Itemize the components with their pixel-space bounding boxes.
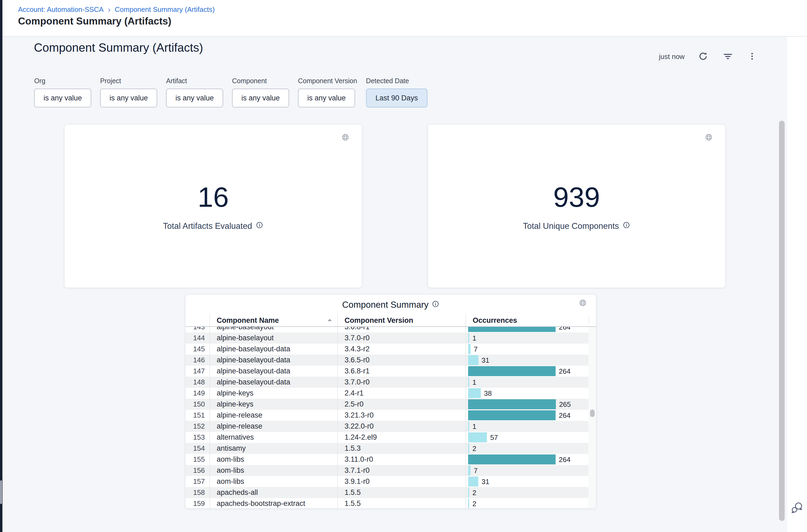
occurrences-value: 2: [473, 444, 476, 453]
filter-value-button-org[interactable]: is any value: [34, 89, 91, 108]
page-scrollbar-track[interactable]: [778, 37, 787, 532]
occurrences-value: 265: [559, 400, 571, 408]
filter-icon: [723, 51, 733, 62]
table-row[interactable]: 143alpine-baselayout3.6.8-r1264: [186, 327, 596, 332]
occurrences-bar: [468, 488, 469, 497]
occurrences-value: 7: [474, 466, 478, 475]
row-number: 149: [186, 388, 209, 399]
occurrences-cell: 265: [465, 399, 589, 410]
component-name-cell: aom-libs: [209, 454, 337, 465]
table-row[interactable]: 159apacheds-bootstrap-extract1.5.52: [186, 498, 596, 508]
refresh-button[interactable]: [697, 50, 709, 63]
row-number: 156: [186, 465, 209, 476]
component-version-cell: 2.5-r0: [337, 399, 465, 410]
component-version-cell: 3.7.0-r0: [337, 377, 465, 388]
table-scrollbar-thumb[interactable]: [590, 410, 595, 417]
more-options-button[interactable]: [746, 50, 758, 63]
table-row[interactable]: 153alternatives1.24-2.el957: [186, 432, 596, 443]
column-header-component-name[interactable]: Component Name: [209, 315, 337, 326]
occurrences-bar: [468, 466, 470, 475]
occurrences-value: 264: [559, 327, 570, 331]
row-number: 152: [186, 421, 209, 432]
stat-label: Total Artifacts Evaluated: [163, 221, 252, 231]
collapsed-sidebar[interactable]: [0, 0, 2, 532]
info-icon[interactable]: [622, 221, 630, 231]
refresh-icon: [698, 51, 708, 62]
table-row[interactable]: 157aom-libs3.9.1-r031: [186, 476, 596, 487]
occurrences-value: 1: [473, 422, 476, 431]
globe-icon: [579, 299, 587, 308]
occurrences-value: 31: [482, 356, 489, 364]
table-row[interactable]: 148alpine-baselayout-data3.7.0-r01: [186, 377, 596, 388]
filter-label: Component: [232, 77, 289, 85]
filter-project: Projectis any value: [100, 77, 157, 108]
component-name-cell: alternatives: [209, 432, 337, 443]
occurrences-value: 2: [473, 499, 476, 508]
row-number: 148: [186, 377, 209, 388]
right-margin-strip: [787, 37, 807, 532]
occurrences-bar: [468, 410, 556, 420]
breadcrumb: Account: Automation-SSCA › Component Sum…: [18, 5, 215, 14]
row-number: 154: [186, 443, 209, 454]
table-row[interactable]: 147alpine-baselayout-data3.6.8-r1264: [186, 366, 596, 377]
component-name-cell: alpine-release: [209, 421, 337, 432]
filter-value-button-component[interactable]: is any value: [232, 89, 289, 108]
component-name-cell: alpine-keys: [209, 388, 337, 399]
occurrences-bar: [468, 355, 478, 365]
filter-bar: Orgis any valueProjectis any valueArtifa…: [34, 77, 427, 108]
table-row[interactable]: 152alpine-release3.22.0-r01: [186, 421, 596, 432]
occurrences-cell: 1: [465, 377, 589, 388]
page-scrollbar-thumb[interactable]: [779, 120, 785, 521]
filter-artifact: Artifactis any value: [166, 77, 223, 108]
filter-label: Org: [34, 77, 91, 85]
occurrences-value: 264: [559, 367, 570, 375]
component-name-cell: antisamy: [209, 443, 337, 454]
table-row[interactable]: 158apacheds-all1.5.52: [186, 487, 596, 498]
table-row[interactable]: 156aom-libs3.7.1-r07: [186, 465, 596, 476]
table-body[interactable]: 143alpine-baselayout3.6.8-r1264144alpine…: [186, 327, 596, 508]
component-name-cell: alpine-baselayout-data: [209, 355, 337, 366]
breadcrumb-current-link[interactable]: Component Summary (Artifacts): [115, 5, 214, 14]
info-icon[interactable]: [256, 221, 263, 231]
table-title: Component Summary: [342, 300, 428, 310]
occurrences-cell: 1: [465, 332, 589, 344]
row-number: 151: [186, 410, 209, 421]
column-header-component-version[interactable]: Component Version: [337, 315, 465, 326]
table-row[interactable]: 149alpine-keys2.4-r138: [186, 388, 596, 399]
dashboard-filters-button[interactable]: [722, 50, 734, 63]
occurrences-cell: 2: [465, 498, 589, 508]
filter-value-button-artifact[interactable]: is any value: [166, 89, 223, 108]
table-row[interactable]: 144alpine-baselayout3.7.0-r01: [186, 332, 596, 344]
column-header-occurrences[interactable]: Occurrences: [465, 315, 589, 326]
table-scrollbar-track[interactable]: [589, 327, 596, 508]
sidebar-scrollbar-thumb[interactable]: [0, 480, 2, 504]
page-header: Account: Automation-SSCA › Component Sum…: [2, 0, 807, 37]
table-header-row: Component Name Component Version Occurre…: [186, 315, 596, 327]
table-row[interactable]: 146alpine-baselayout-data3.6.5-r031: [186, 355, 596, 366]
component-version-cell: 3.6.5-r0: [337, 355, 465, 366]
occurrences-bar: [468, 399, 556, 409]
breadcrumb-separator-icon: ›: [108, 6, 110, 14]
occurrences-cell: 264: [465, 454, 589, 465]
occurrences-cell: 1: [465, 421, 589, 432]
breadcrumb-account-link[interactable]: Account: Automation-SSCA: [18, 5, 104, 14]
filter-value-button-component-version[interactable]: is any value: [298, 89, 355, 108]
table-row[interactable]: 151alpine-release3.21.3-r0264: [186, 410, 596, 421]
component-name-cell: alpine-baselayout: [209, 327, 337, 332]
chat-help-button[interactable]: [791, 501, 804, 515]
info-icon[interactable]: [432, 300, 439, 310]
table-row[interactable]: 145alpine-baselayout-data3.4.3-r27: [186, 344, 596, 355]
globe-icon: [705, 133, 713, 142]
table-row[interactable]: 154antisamy1.5.32: [186, 443, 596, 454]
filter-value-button-project[interactable]: is any value: [100, 89, 157, 108]
row-number: 159: [186, 498, 209, 508]
component-version-cell: 1.24-2.el9: [337, 432, 465, 443]
component-version-cell: 1.5.5: [337, 487, 465, 498]
occurrences-value: 31: [482, 477, 489, 486]
filter-value-button-detected-date[interactable]: Last 90 Days: [366, 89, 427, 108]
app-root: Account: Automation-SSCA › Component Sum…: [0, 0, 807, 532]
table-row[interactable]: 150alpine-keys2.5-r0265: [186, 399, 596, 410]
table-row[interactable]: 155aom-libs3.11.0-r0264: [186, 454, 596, 465]
component-version-cell: 3.9.1-r0: [337, 476, 465, 487]
component-version-cell: 1.5.3: [337, 443, 465, 454]
